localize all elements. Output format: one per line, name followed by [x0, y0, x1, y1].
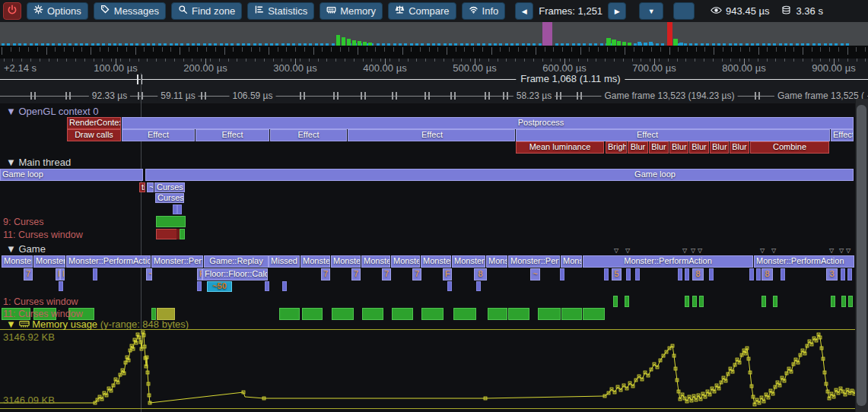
- timeline-zone[interactable]: 8: [474, 268, 487, 280]
- timeline-zone[interactable]: [781, 268, 785, 280]
- timeline-zone[interactable]: [692, 296, 697, 307]
- timeline-zone[interactable]: 5: [612, 268, 622, 280]
- timeline-zone[interactable]: Monster::PerformAction: [508, 255, 560, 268]
- timeline-zone[interactable]: Monster::PerformAction: [331, 255, 361, 268]
- frame-histogram[interactable]: [0, 22, 868, 46]
- timeline-zone[interactable]: [709, 268, 714, 280]
- timeline-zone[interactable]: [447, 281, 452, 291]
- timeline-zone[interactable]: [625, 296, 629, 307]
- memory-button[interactable]: Memory: [320, 2, 383, 20]
- frame-bar[interactable]: [673, 39, 678, 46]
- timeline-zone[interactable]: [685, 268, 689, 280]
- timeline-zone[interactable]: Combine: [750, 141, 829, 154]
- next-frame-button[interactable]: ▶: [608, 2, 626, 20]
- timeline-zone[interactable]: [93, 268, 97, 280]
- timeline-zone[interactable]: Monster::PerformAction: [391, 255, 420, 268]
- timeline-zone[interactable]: Game loop: [145, 169, 854, 181]
- timeline-zone[interactable]: Game loop: [0, 169, 143, 181]
- timeline-zone[interactable]: [279, 308, 300, 320]
- timeline-zone[interactable]: Effect: [831, 129, 854, 141]
- memory-section-header[interactable]: ▼ Memory usage (y-range: 848 bytes): [6, 319, 189, 330]
- compare-button[interactable]: Compare: [388, 2, 456, 20]
- timeline-zone[interactable]: Monster::PerformAction: [33, 255, 65, 268]
- timeline-zone[interactable]: [773, 296, 777, 307]
- frame-bar[interactable]: [336, 35, 340, 46]
- timeline-zone[interactable]: Monster::PerformAction: [2, 255, 33, 268]
- timeline-zone[interactable]: Monster::PerformAction: [754, 255, 854, 268]
- timeline-zone[interactable]: [302, 308, 323, 320]
- timeline-zone[interactable]: [685, 296, 689, 307]
- timeline-zone[interactable]: [156, 216, 186, 227]
- timeline-zone[interactable]: 3: [826, 268, 838, 280]
- thread-header[interactable]: ▼ Game: [6, 243, 46, 255]
- timeline-zone[interactable]: Blur: [669, 141, 688, 154]
- timeline-zone[interactable]: ~: [147, 182, 154, 192]
- timeline-zone[interactable]: [180, 229, 185, 239]
- timeline-zone[interactable]: Bright: [606, 141, 627, 154]
- timeline-zone[interactable]: 7: [412, 268, 421, 280]
- timeline-zone[interactable]: [421, 308, 444, 320]
- frame-pulldown-button[interactable]: ▼: [639, 2, 663, 20]
- timeline-zone[interactable]: Blur: [689, 141, 709, 154]
- collapsed-marker-icon[interactable]: ▽: [839, 247, 844, 254]
- timeline-zone[interactable]: Draw calls: [67, 129, 121, 141]
- timeline-zone[interactable]: [332, 308, 354, 320]
- frame-bar[interactable]: [606, 38, 611, 46]
- collapsed-marker-icon[interactable]: ▽: [771, 247, 776, 254]
- timeline-zone[interactable]: [699, 296, 704, 307]
- timeline-zone[interactable]: Monster::PerformAction: [151, 255, 203, 268]
- timeline-zone[interactable]: [476, 281, 481, 291]
- timeline-zone[interactable]: [362, 308, 383, 320]
- timeline-zone[interactable]: 8: [692, 268, 704, 280]
- timeline-zone[interactable]: 7: [24, 268, 33, 280]
- timeline-zone[interactable]: Monster::PerformAction: [452, 255, 485, 268]
- timeline-zone[interactable]: F: [443, 268, 452, 280]
- timeline-zone[interactable]: [761, 296, 766, 307]
- thread-header[interactable]: ▼ Main thread: [6, 157, 71, 168]
- timeline-zone[interactable]: Monster::PerformAction: [583, 255, 753, 268]
- timeline-zone[interactable]: Effect: [348, 129, 515, 141]
- timeline-zone[interactable]: Postprocess: [122, 117, 854, 129]
- options-button[interactable]: Options: [27, 2, 88, 20]
- timeline-zone[interactable]: Monster::PerformAction: [66, 255, 151, 268]
- collapsed-marker-icon[interactable]: ▽: [682, 247, 687, 254]
- timeline-zone[interactable]: [847, 268, 852, 280]
- frame-bar[interactable]: [347, 39, 351, 46]
- timeline-zone[interactable]: [538, 308, 561, 320]
- timeline-zone[interactable]: [453, 308, 476, 320]
- timeline-zone[interactable]: [59, 281, 63, 291]
- collapsed-marker-icon[interactable]: ▽: [625, 247, 630, 254]
- frame-bar[interactable]: [612, 40, 616, 46]
- timeline-zone[interactable]: Blur: [649, 141, 669, 154]
- frame-bar[interactable]: [667, 22, 672, 46]
- thread-header[interactable]: ▼ OpenGL context 0: [6, 106, 99, 117]
- power-button[interactable]: [3, 2, 21, 20]
- collapsed-marker-icon[interactable]: ▽: [829, 247, 834, 254]
- timeline-zone[interactable]: [841, 268, 845, 280]
- timeline-zone[interactable]: Monster::PerformAction: [561, 255, 582, 268]
- timeline-zone[interactable]: [749, 268, 754, 280]
- timeline-zone[interactable]: Effect: [270, 129, 347, 141]
- timeline-zone[interactable]: RenderContext: [67, 117, 121, 129]
- timeline-zone[interactable]: [613, 296, 618, 307]
- timeline-zone[interactable]: [831, 296, 835, 307]
- timeline-zone[interactable]: Blur: [628, 141, 648, 154]
- timeline-zone[interactable]: ~: [146, 268, 152, 280]
- collapsed-marker-icon[interactable]: ▽: [614, 247, 618, 254]
- timeline-zone[interactable]: Curses window: [155, 193, 184, 203]
- timeline-zone[interactable]: [635, 268, 640, 280]
- collapsed-marker-icon[interactable]: ▽: [698, 247, 702, 254]
- frame-bar[interactable]: [352, 40, 356, 46]
- timeline-zone[interactable]: Floor::Floor::Calcu: [202, 268, 268, 280]
- prev-frame-button[interactable]: ◀: [515, 2, 533, 20]
- timeline-zone[interactable]: 7: [382, 268, 391, 280]
- scrollbar-thumb[interactable]: [857, 105, 866, 406]
- timeline-zone[interactable]: [488, 308, 507, 320]
- collapsed-marker-icon[interactable]: ▽: [846, 247, 851, 254]
- timeline-zone[interactable]: [265, 281, 269, 291]
- timeline-zone[interactable]: Monster::PerformAction: [361, 255, 390, 268]
- timeline-zone[interactable]: Monster::PerformAction: [486, 255, 507, 268]
- timeline-zone[interactable]: [561, 308, 582, 320]
- collapsed-marker-icon[interactable]: ▽: [691, 247, 695, 254]
- timeline-zone[interactable]: Game::Replay: [204, 255, 269, 268]
